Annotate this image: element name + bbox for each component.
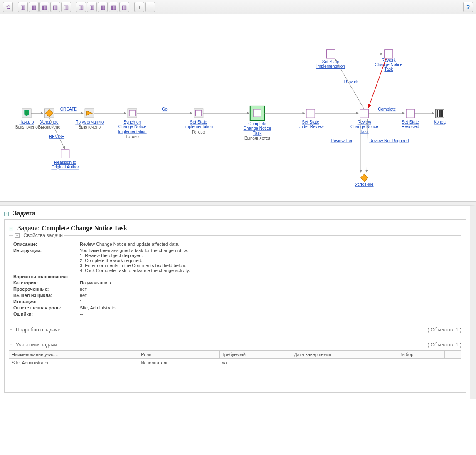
node-cond1-state: Выключено [38,125,61,129]
node-reassign-l1[interactable]: Reassign to [54,160,76,165]
prop-category-label: Категория: [13,280,80,285]
edge-complete[interactable]: Complete [378,107,396,111]
collapse-icon[interactable]: − [9,227,13,231]
toolbar-btn-4[interactable]: ▥ [50,2,60,12]
prop-category-value: По умолчанию [80,280,457,285]
expand-icon[interactable]: + [9,328,13,332]
detail-count: ( Объектов: 1 ) [427,327,461,333]
svg-rect-9 [129,110,135,116]
table-header-row: Наименование учас… Роль Требуемый Дата з… [9,351,461,359]
prop-outloop-value: нет [80,293,457,298]
col-name[interactable]: Наименование учас… [9,351,138,359]
node-setreview-l1[interactable]: Set State [302,120,319,124]
collapse-icon[interactable]: − [15,233,20,238]
node-setreview-l2[interactable]: Under Review [297,124,324,129]
node-cond1-label[interactable]: Условное [40,120,59,124]
prop-instructions-label: Инструкции: [13,248,80,273]
node-setresolved-l2[interactable]: Resolved [402,124,419,129]
node-start-state: Выключено [15,125,38,129]
node-synch-l3[interactable]: Implementation [118,129,147,134]
col-actions [445,351,461,359]
toolbar-btn-3[interactable]: ▥ [39,2,49,12]
col-required[interactable]: Требуемый [219,351,291,359]
prop-errors-label: Ошибки: [13,312,80,317]
props-heading: Свойства задачи [23,232,63,238]
node-rework-l2[interactable]: Change Notice [375,62,402,67]
svg-rect-15 [254,109,261,117]
participants-count: ( Объектов: 1 ) [427,342,461,348]
edge-reviewreq[interactable]: Review Req [331,138,353,143]
prop-overdue-label: Просроченные: [13,287,80,292]
node-cond2-label[interactable]: Условное [355,182,374,187]
node-rework-l1[interactable]: Rework [382,58,396,62]
table-row[interactable]: Site, Administrator Исполнитель да [9,359,461,367]
participants-table: Наименование учас… Роль Требуемый Дата з… [9,350,461,367]
edge-rework[interactable]: Rework [344,79,359,84]
toolbar-btn-9[interactable]: ▥ [109,2,118,12]
prop-iteration-value: 1 [80,299,457,304]
node-reviewtask-l1[interactable]: Review [358,120,372,124]
node-setresolved-l1[interactable]: Set State [402,120,419,124]
cell-completion [291,359,397,367]
prop-description-label: Описание: [13,242,80,247]
node-default-label[interactable]: По умолчанию [75,120,104,124]
toolbar: ⟲ ▥ ▥ ▥ ▥ ▥ ▥ ▥ ▥ ▥ ▥ + − ? [0,0,476,14]
node-rework-l3[interactable]: Task [384,67,393,72]
edge-revise[interactable]: REVISE [49,134,64,139]
node-reassign-l2[interactable]: Original Author [51,165,79,169]
zoom-out-icon[interactable]: − [145,2,155,12]
svg-rect-7 [61,150,69,158]
svg-rect-26 [385,50,393,58]
toolbar-btn-5[interactable]: ▥ [61,2,71,12]
participants-heading: Участники задачи [16,342,57,348]
edge-create[interactable]: CREATE [60,107,77,111]
help-icon[interactable]: ? [463,2,473,12]
node-synch-l1[interactable]: Synch on [123,120,141,124]
node-setimpl2-l2[interactable]: Implementation [316,64,345,69]
col-choice[interactable]: Выбор [397,351,444,359]
node-end-label[interactable]: Конец [434,120,446,124]
toolbar-btn-1[interactable]: ▥ [18,2,28,12]
prop-overdue-value: нет [80,287,457,292]
workflow-diagram[interactable]: Начало Выключено Условное Выключено CREA… [2,16,474,201]
prop-role-value: Site, Administrator [80,305,457,310]
col-role[interactable]: Роль [138,351,219,359]
node-reviewtask-l2[interactable]: Change Notice [350,124,378,129]
toolbar-btn-10[interactable]: ▥ [119,2,129,12]
prop-votes-value: -- [80,274,457,279]
svg-line-27 [335,59,365,109]
participants-header: − Участники задачи ( Объектов: 1 ) [9,342,461,348]
task-panel: − Задача: Complete Change Notice Task − … [4,219,466,393]
prop-errors-value: -- [80,312,457,317]
collapse-icon[interactable]: − [9,343,13,347]
node-complete-l2[interactable]: Change Notice [244,126,271,131]
svg-rect-17 [306,109,315,118]
svg-rect-19 [360,109,368,118]
node-synch-l2[interactable]: Change Notice [118,124,146,129]
prop-role-label: Ответственная роль: [13,305,80,310]
edge-reviewnotreq[interactable]: Review Not Required [369,138,409,143]
prop-instructions-value: You have been assigned a task for the ch… [80,248,457,273]
task-properties: − Свойства задачи Описание: Review Chang… [9,235,461,321]
toolbar-btn-8[interactable]: ▥ [98,2,108,12]
col-completion[interactable]: Дата завершения [291,351,397,359]
pane-splitter[interactable]: ···· [0,201,476,205]
refresh-icon[interactable]: ⟲ [3,2,13,12]
node-setimpl-l1[interactable]: Set State [190,120,207,124]
toolbar-btn-6[interactable]: ▥ [76,2,86,12]
toolbar-btn-2[interactable]: ▥ [29,2,39,12]
toolbar-btn-7[interactable]: ▥ [87,2,97,12]
prop-outloop-label: Вышел из цикла: [13,293,80,298]
node-setimpl-l2[interactable]: Implementation [184,124,213,129]
node-default-state: Выключено [78,125,101,129]
node-complete-l3[interactable]: Task [253,131,262,136]
zoom-in-icon[interactable]: + [134,2,144,12]
svg-rect-12 [196,110,202,116]
edge-go[interactable]: Go [162,107,168,111]
detail-header: + Подробно о задаче ( Объектов: 1 ) [9,327,461,333]
node-complete-l1[interactable]: Complete [248,121,266,126]
prop-description-value: Review Change Notice and update affected… [80,242,457,247]
node-start-label[interactable]: Начало [19,120,34,124]
node-setimpl2-l1[interactable]: Set State [322,59,340,64]
collapse-icon[interactable]: − [4,212,9,216]
